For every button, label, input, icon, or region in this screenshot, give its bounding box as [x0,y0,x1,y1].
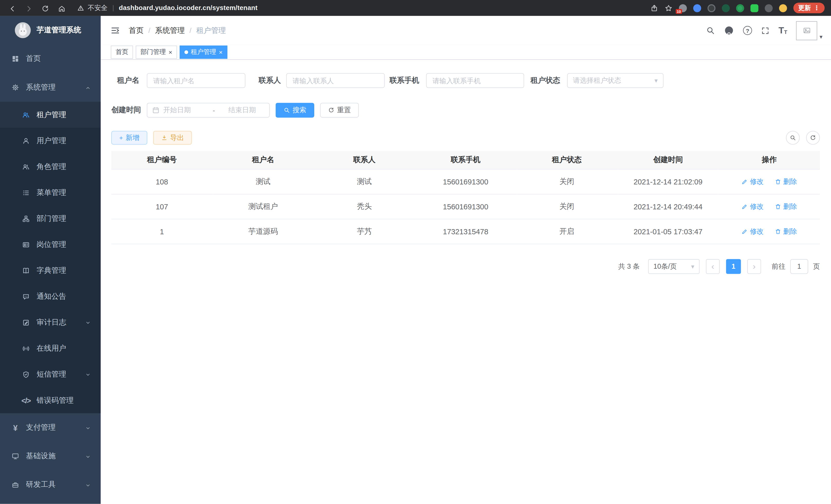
page-size-select[interactable]: 10条/页 ▾ [648,259,699,274]
download-icon [161,135,168,141]
add-button[interactable]: + 新增 [111,131,147,145]
sidebar-item-notice[interactable]: 通知公告 [0,283,101,309]
sidebar-item-sms[interactable]: 短信管理 [0,361,101,387]
bookmark-star-icon[interactable] [664,3,672,12]
toggle-search-button[interactable] [786,131,800,145]
peoples-icon [22,163,30,170]
sidebar-item-infra[interactable]: 基础设施 [0,442,101,470]
help-icon[interactable]: ? [743,26,752,35]
font-size-icon[interactable]: TT [779,26,787,35]
sidebar-item-menu[interactable]: 菜单管理 [0,180,101,206]
share-icon[interactable] [650,3,658,12]
page-unit-label: 页 [813,262,820,271]
back-icon[interactable] [8,3,17,12]
prev-page-button[interactable]: ‹ [706,259,720,274]
sidebar-item-label: 角色管理 [36,162,66,171]
sidebar-item-audit-log[interactable]: 审计日志 [0,309,101,335]
tenant-name-input[interactable] [147,73,246,88]
search-icon[interactable] [706,26,715,35]
phone-input[interactable] [426,73,524,88]
date-range-picker[interactable]: 开始日期 - 结束日期 [147,103,270,118]
tab-home[interactable]: 首页 [111,46,133,59]
filter-row-1: 租户名 联系人 联系手机 租户状态 请选择租户状态 ▾ [101,73,831,88]
browser-update-button[interactable]: 更新 ⋮ [794,3,825,13]
cell-phone: 17321315478 [415,219,516,244]
sidebar-item-role[interactable]: 角色管理 [0,154,101,180]
sidebar-item-dict[interactable]: 字典管理 [0,258,101,283]
sidebar-item-user[interactable]: 用户管理 [0,128,101,154]
tab-dept[interactable]: 部门管理 × [136,46,177,59]
tab-tenant[interactable]: 租户管理 × [180,46,227,59]
delete-label: 删除 [783,202,797,211]
page-1-button[interactable]: 1 [726,259,741,274]
close-icon[interactable]: × [169,49,172,56]
extension-icon-4[interactable] [722,4,730,12]
sidebar-item-post[interactable]: 岗位管理 [0,232,101,258]
close-icon[interactable]: × [219,49,223,56]
delete-link[interactable]: 删除 [775,227,797,236]
date-end-placeholder[interactable]: 结束日期 [220,105,264,115]
sidebar-item-home[interactable]: 首页 [0,45,101,73]
breadcrumb-item[interactable]: 首页 [129,26,144,35]
sidebar-item-error-code[interactable]: </> 错误码管理 [0,387,101,413]
cell-tenant-id: 107 [111,194,212,219]
sidebar-item-tenant[interactable]: 租户管理 [0,102,101,128]
forward-icon[interactable] [25,3,33,12]
edit-link[interactable]: 修改 [742,227,764,236]
export-button[interactable]: 导出 [153,131,192,145]
sidebar-item-online-users[interactable]: 在线用户 [0,335,101,361]
sidebar-item-system[interactable]: 系统管理 [0,73,101,102]
delete-link[interactable]: 删除 [775,177,797,186]
calendar-icon [152,107,160,114]
browser-home-icon[interactable] [58,3,66,12]
hamburger-icon[interactable] [110,25,120,35]
edit-label: 修改 [750,177,764,186]
edit-link[interactable]: 修改 [742,202,764,211]
reset-button[interactable]: 重置 [320,103,359,118]
extensions-puzzle-icon[interactable] [765,4,773,12]
contact-input[interactable] [286,73,385,88]
cell-contact: 芋艿 [314,219,415,244]
reload-icon[interactable] [41,3,49,12]
tenant-name-label: 租户名 [111,76,139,85]
app-logo[interactable]: 芋道管理系统 [0,16,101,45]
tenant-table: 租户编号 租户名 联系人 联系手机 租户状态 创建时间 操作 108 测试 测试… [111,151,820,244]
extension-icon-3[interactable] [708,4,715,12]
breadcrumb-item[interactable]: 系统管理 [155,26,185,35]
status-select[interactable]: 请选择租户状态 ▾ [567,73,663,88]
github-icon[interactable] [724,25,734,35]
column-header: 操作 [719,151,820,169]
avatar[interactable] [796,21,818,40]
search-button[interactable]: 搜索 [276,103,315,118]
delete-link[interactable]: 删除 [775,202,797,211]
sidebar-item-dev-tools[interactable]: 研发工具 [0,471,101,499]
browser-menu-icon[interactable]: ⋮ [813,4,820,12]
sidebar-item-label: 错误码管理 [36,395,74,405]
cell-operations: 修改 删除 [719,219,820,244]
org-tree-icon [22,215,30,222]
sidebar-item-payment[interactable]: ¥ 支付管理 [0,413,101,442]
header: 首页 / 系统管理 / 租户管理 ? TT ▾ [101,16,831,45]
sidebar-item-dept[interactable]: 部门管理 [0,206,101,232]
browser-actions: 10 更新 ⋮ [650,3,825,13]
browser-chrome: 不安全 | dashboard.yudao.iocoder.cn/system/… [0,0,831,16]
browser-nav [8,3,66,12]
extension-icon-1[interactable]: 10 [679,4,687,12]
address-bar[interactable]: 不安全 | dashboard.yudao.iocoder.cn/system/… [77,3,650,12]
fullscreen-icon[interactable] [761,26,770,35]
extension-icon-6[interactable] [751,4,758,12]
column-header: 租户编号 [111,151,212,169]
next-page-button[interactable]: › [747,259,761,274]
goto-page-input[interactable] [790,259,808,274]
column-header: 租户名 [212,151,314,169]
refresh-table-button[interactable] [806,131,820,145]
edit-link[interactable]: 修改 [742,177,764,186]
extension-icon-5[interactable] [736,4,744,12]
user-menu[interactable]: ▾ [796,21,823,40]
message-icon [22,293,30,300]
table-toolbar: + 新增 导出 [101,131,831,145]
date-start-placeholder[interactable]: 开始日期 [163,105,208,115]
extension-icon-7[interactable] [779,4,787,12]
extension-icon-2[interactable] [693,4,701,12]
cell-status: 关闭 [516,194,618,219]
